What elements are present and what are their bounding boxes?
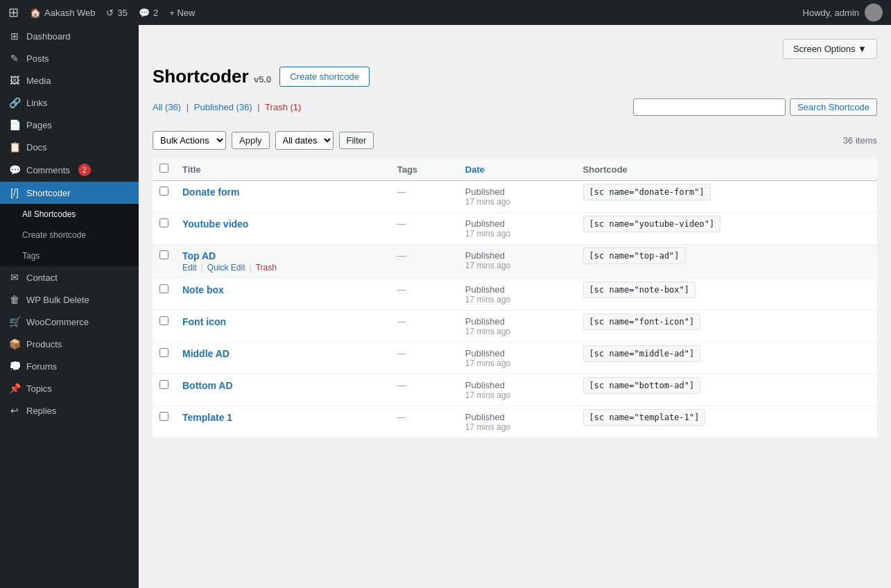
- table-header-row: Title Tags Date Shortcode: [153, 158, 877, 181]
- sidebar-item-comments[interactable]: 💬 Comments 2: [0, 158, 139, 182]
- select-all-header: [153, 158, 175, 181]
- comments-count[interactable]: 💬 2: [139, 8, 158, 18]
- row-checkbox-cell: [153, 343, 175, 374]
- sidebar-item-woocommerce[interactable]: 🛒 WooCommerce: [0, 311, 139, 333]
- site-name[interactable]: 🏠 Aakash Web: [30, 8, 95, 18]
- shortcode-value: [sc name="note-box"]: [583, 282, 696, 298]
- sidebar-submenu-create-shortcode[interactable]: Create shortcode: [0, 225, 139, 245]
- row-date-cell: Published 17 mins ago: [458, 406, 576, 438]
- select-all-checkbox[interactable]: [159, 164, 168, 173]
- row-date-cell: Published 17 mins ago: [458, 374, 576, 406]
- dashboard-icon: ⊞: [8, 31, 21, 42]
- wp-logo[interactable]: ⊞: [8, 5, 19, 20]
- sidebar-item-forums[interactable]: 💭 Forums: [0, 355, 139, 377]
- table-row: Note box — Published 17 mins ago [sc nam…: [153, 279, 877, 311]
- row-checkbox[interactable]: [159, 348, 168, 357]
- row-checkbox-cell: [153, 245, 175, 279]
- row-date-cell: Published 17 mins ago: [458, 311, 576, 343]
- sidebar: ⊞ Dashboard ✎ Posts 🖼 Media 🔗 Links 📄 Pa…: [0, 25, 139, 588]
- row-title-link[interactable]: Middle AD: [182, 348, 230, 359]
- row-status: Published: [465, 250, 569, 261]
- row-title-link[interactable]: Youtube video: [182, 218, 248, 230]
- sidebar-item-products[interactable]: 📦 Products: [0, 333, 139, 355]
- row-checkbox[interactable]: [159, 250, 168, 259]
- row-title-cell: Top AD Edit | Quick Edit | Trash: [175, 245, 390, 279]
- posts-icon: ✎: [8, 53, 21, 64]
- row-shortcode-cell: [sc name="note-box"]: [576, 279, 877, 311]
- row-checkbox[interactable]: [159, 316, 168, 325]
- date-filter-select[interactable]: All dates: [275, 131, 334, 150]
- row-checkbox[interactable]: [159, 284, 168, 293]
- col-date[interactable]: Date: [458, 158, 576, 181]
- row-date-ago: 17 mins ago: [465, 327, 569, 336]
- row-title-link[interactable]: Donate form: [182, 187, 239, 198]
- row-title-link[interactable]: Font icon: [182, 316, 226, 327]
- sidebar-item-media[interactable]: 🖼 Media: [0, 69, 139, 92]
- row-checkbox[interactable]: [159, 412, 168, 421]
- bulk-actions-select[interactable]: Bulk Actions: [153, 131, 226, 150]
- sidebar-item-docs[interactable]: 📋 Docs: [0, 136, 139, 158]
- table-row: Middle AD — Published 17 mins ago [sc na…: [153, 343, 877, 374]
- screen-options-button[interactable]: Screen Options ▼: [783, 39, 877, 59]
- sidebar-item-posts[interactable]: ✎ Posts: [0, 47, 139, 69]
- row-title-link[interactable]: Top AD: [182, 250, 216, 261]
- search-button[interactable]: Search Shortcode: [790, 98, 877, 116]
- row-date-ago: 17 mins ago: [465, 422, 569, 432]
- row-shortcode-cell: [sc name="template-1"]: [576, 406, 877, 438]
- quick-edit-link[interactable]: Quick Edit: [207, 263, 245, 273]
- shortcoder-submenu: All Shortcodes Create shortcode Tags: [0, 204, 139, 266]
- main-content: Screen Options ▼ Shortcoder v5.0 Create …: [139, 25, 891, 588]
- shortcoder-icon: [/]: [8, 187, 21, 198]
- action-row: Bulk Actions Apply All dates Filter 36 i…: [153, 131, 877, 150]
- sidebar-item-wp-bulk-delete[interactable]: 🗑 WP Bulk Delete: [0, 288, 139, 311]
- shortcodes-table: Title Tags Date Shortcode Donate form — …: [153, 158, 877, 438]
- edit-link[interactable]: Edit: [182, 263, 197, 273]
- screen-options-bar: Screen Options ▼: [153, 39, 877, 59]
- col-tags: Tags: [390, 158, 458, 181]
- sidebar-item-shortcoder[interactable]: [/] Shortcoder: [0, 182, 139, 204]
- sidebar-item-contact[interactable]: ✉ Contact: [0, 266, 139, 288]
- page-version: v5.0: [254, 74, 271, 85]
- row-title-link[interactable]: Template 1: [182, 412, 232, 423]
- sidebar-item-replies[interactable]: ↩ Replies: [0, 399, 139, 422]
- row-title-cell: Template 1: [175, 406, 390, 438]
- row-title-link[interactable]: Bottom AD: [182, 380, 233, 391]
- sidebar-item-links[interactable]: 🔗 Links: [0, 92, 139, 114]
- media-icon: 🖼: [8, 75, 21, 86]
- create-shortcode-button[interactable]: Create shortcode: [279, 67, 370, 87]
- apply-button[interactable]: Apply: [232, 132, 270, 149]
- table-row: Youtube video — Published 17 mins ago [s…: [153, 213, 877, 245]
- filter-trash[interactable]: Trash (1): [265, 102, 301, 112]
- search-input[interactable]: [633, 98, 786, 116]
- sidebar-submenu-tags[interactable]: Tags: [0, 245, 139, 266]
- table-row: Template 1 — Published 17 mins ago [sc n…: [153, 406, 877, 438]
- sidebar-submenu-all-shortcodes[interactable]: All Shortcodes: [0, 204, 139, 225]
- sidebar-item-topics[interactable]: 📌 Topics: [0, 377, 139, 399]
- admin-avatar[interactable]: [865, 3, 883, 21]
- filter-published[interactable]: Published (36): [194, 102, 252, 112]
- filter-all[interactable]: All (36): [153, 102, 181, 112]
- replies-icon: ↩: [8, 405, 21, 416]
- sidebar-item-pages[interactable]: 📄 Pages: [0, 114, 139, 136]
- pages-icon: 📄: [8, 119, 21, 130]
- new-content[interactable]: + New: [169, 8, 195, 18]
- row-date-ago: 17 mins ago: [465, 197, 569, 207]
- row-checkbox[interactable]: [159, 187, 168, 196]
- woocommerce-icon: 🛒: [8, 316, 21, 327]
- row-actions: Edit | Quick Edit | Trash: [182, 263, 383, 273]
- row-checkbox-cell: [153, 213, 175, 245]
- table-row: Bottom AD — Published 17 mins ago [sc na…: [153, 374, 877, 406]
- row-shortcode-cell: [sc name="top-ad"]: [576, 245, 877, 279]
- trash-link[interactable]: Trash: [256, 263, 277, 273]
- updates-count[interactable]: ↺ 35: [106, 8, 127, 18]
- row-title-link[interactable]: Note box: [182, 284, 224, 295]
- row-status: Published: [465, 316, 569, 327]
- howdy-text: Howdy, admin: [803, 8, 859, 18]
- row-tags-cell: —: [390, 279, 458, 311]
- row-checkbox-cell: [153, 406, 175, 438]
- sidebar-item-dashboard[interactable]: ⊞ Dashboard: [0, 25, 139, 47]
- row-checkbox[interactable]: [159, 218, 168, 227]
- filter-button[interactable]: Filter: [339, 132, 374, 149]
- row-checkbox[interactable]: [159, 380, 168, 389]
- page-title: Shortcoder v5.0: [153, 66, 271, 87]
